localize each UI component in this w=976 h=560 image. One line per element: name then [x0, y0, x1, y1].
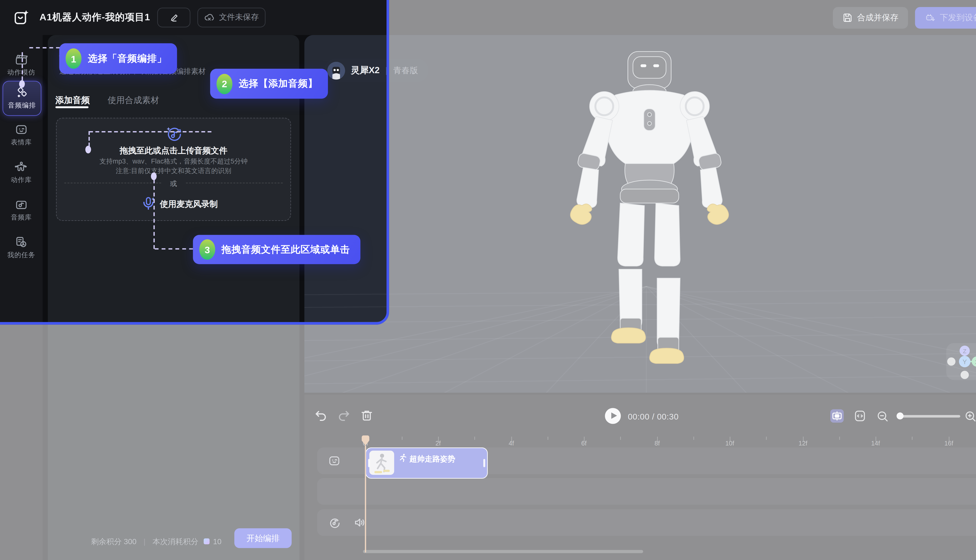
ruler-label: 6f: [574, 440, 593, 447]
audio-track-icon: [328, 516, 340, 529]
audio-track[interactable]: [317, 509, 976, 536]
robot-3d-viewport[interactable]: 灵犀X2 | 青春版 Z X Y: [304, 35, 976, 393]
clip-trim-handle-right[interactable]: [483, 459, 485, 467]
step-text: 选择【添加音频】: [239, 78, 318, 90]
project-title: A1机器人动作-我的项目1: [39, 12, 150, 23]
ruler-label: 12f: [794, 440, 812, 447]
robot-avatar: [327, 62, 345, 79]
badge-divider: |: [385, 65, 387, 75]
record-with-mic-button[interactable]: 使用麦克风录制: [57, 195, 290, 212]
step-number-badge: 3: [199, 239, 215, 260]
upload-formats: 支持mp3、wav、Flac格式，音频长度不超过5分钟: [57, 157, 290, 166]
pencil-icon: [169, 13, 179, 22]
sidebar-item-my-tasks[interactable]: 我的任务: [0, 235, 43, 260]
left-sidebar: 动作模仿 音频编排 表情库 动作库 音频库 我的任务: [0, 35, 43, 560]
ruler-label: 10f: [720, 440, 739, 447]
axis-neg-z-dot: [961, 371, 969, 379]
timeline-controls: 00:00 / 00:30: [304, 395, 976, 437]
connector-dot: [19, 80, 25, 88]
panel-footer: 剩余积分 300 | 本次消耗积分10 开始编排: [48, 528, 299, 555]
upload-note: 注意:目前仅支持中文和英文语言的识别: [57, 167, 290, 176]
ruler-label: 14f: [866, 440, 885, 447]
app-logo-icon: [13, 8, 30, 26]
audio-library-icon: [15, 198, 28, 212]
audio-upload-dropzone[interactable]: 拖拽至此或点击上传音频文件 支持mp3、wav、Flac格式，音频长度不超过5分…: [56, 118, 291, 221]
zoom-slider-thumb[interactable]: [896, 412, 904, 420]
mic-record-label: 使用麦克风录制: [160, 198, 218, 210]
robot-model-name: 灵犀X2: [351, 65, 379, 76]
clip-thumbnail: [369, 451, 394, 475]
cost-credits: 本次消耗积分10: [152, 536, 221, 547]
robot-model-badge[interactable]: 灵犀X2 | 青春版: [324, 58, 428, 82]
ruler-label: 16f: [939, 440, 958, 447]
humanoid-robot: [554, 48, 745, 369]
sidebar-item-motion-lib[interactable]: 动作库: [0, 160, 43, 185]
rename-button[interactable]: [157, 8, 190, 27]
fit-timeline-button[interactable]: [853, 409, 867, 423]
clapperboard-icon: [15, 53, 28, 66]
robot-download-icon: [925, 12, 935, 23]
task-list-icon: [15, 235, 28, 249]
ruler-label: 8f: [648, 440, 667, 447]
remaining-credits: 剩余积分 300: [91, 536, 137, 547]
file-status-label: 文件未保存: [219, 12, 259, 23]
tutorial-step-3: 3 拖拽音频文件至此区域或单击: [193, 235, 360, 264]
timeline-panel: 00:00 / 00:30 0f 2f 4f: [304, 395, 976, 560]
sidebar-item-label: 动作模仿: [7, 68, 35, 77]
tutorial-step-1: 1 选择「音频编排」: [59, 43, 177, 74]
clip-trim-handle-left[interactable]: [368, 459, 370, 467]
axis-y-label: Y: [963, 358, 967, 365]
axis-x-label: X: [975, 359, 976, 365]
zoom-in-icon[interactable]: [964, 410, 976, 423]
or-label: 或: [57, 179, 290, 188]
redo-button[interactable]: [337, 408, 351, 423]
person-icon: [15, 160, 28, 174]
delete-button[interactable]: [360, 408, 374, 423]
zoom-out-icon[interactable]: [876, 410, 889, 423]
audio-arrange-icon: [15, 86, 29, 99]
zoom-slider[interactable]: [899, 415, 960, 417]
tab-use-synth-material[interactable]: 使用合成素材: [107, 91, 160, 110]
play-button[interactable]: [605, 408, 621, 424]
start-arrange-button[interactable]: 开始编排: [234, 528, 292, 548]
sidebar-item-label: 音频编排: [8, 101, 36, 110]
deploy-label: 下发到设备: [940, 12, 976, 23]
deploy-button[interactable]: 下发到设备: [915, 7, 976, 28]
axis-gizmo[interactable]: Z X Y: [946, 343, 976, 380]
axis-neg-x-dot: [947, 357, 955, 366]
gem-icon: [202, 537, 210, 545]
cloud-unsaved-icon: [204, 12, 215, 23]
step-number-badge: 1: [65, 48, 82, 69]
robot-face-icon: [15, 123, 28, 137]
sidebar-item-label: 音频库: [11, 213, 32, 222]
track-volume-icon[interactable]: [353, 516, 366, 529]
timeline-clip-walk-pose[interactable]: 超帅走路姿势: [365, 447, 487, 478]
connector-dot: [151, 172, 157, 180]
active-tab-underline: [55, 106, 88, 108]
axis-z-label: Z: [963, 348, 966, 354]
sidebar-item-label: 动作库: [11, 176, 32, 185]
motion-track[interactable]: [317, 478, 976, 505]
sidebar-item-audio-lib[interactable]: 音频库: [0, 198, 43, 222]
running-person-icon: [399, 453, 407, 462]
divider: |: [143, 537, 145, 546]
audio-arrange-panel: 音频编排 通过音频快速生成动作和表情的音频编排素材 添加音频 使用合成素材 拖拽…: [48, 35, 299, 560]
sidebar-item-motion-mimic[interactable]: 动作模仿: [0, 53, 43, 77]
timeline-horizontal-scrollbar[interactable]: [363, 550, 643, 553]
undo-button[interactable]: [314, 408, 328, 423]
clip-label: 超帅走路姿势: [410, 454, 455, 465]
connector-line: [155, 248, 193, 250]
save-button[interactable]: 合成并保存: [833, 7, 908, 28]
connector-line: [88, 131, 90, 146]
sidebar-item-expression-lib[interactable]: 表情库: [0, 123, 43, 147]
sidebar-item-label: 我的任务: [7, 251, 35, 260]
robot-edition: 青春版: [393, 65, 418, 76]
save-label: 合成并保存: [857, 12, 899, 23]
floppy-icon: [843, 12, 853, 23]
playhead-line: [365, 445, 366, 552]
track-view-toggle[interactable]: [830, 409, 844, 423]
step-number-badge: 2: [217, 73, 232, 94]
sidebar-item-label: 表情库: [11, 138, 32, 147]
file-status-button[interactable]: 文件未保存: [197, 8, 265, 27]
connector-line: [89, 131, 212, 132]
